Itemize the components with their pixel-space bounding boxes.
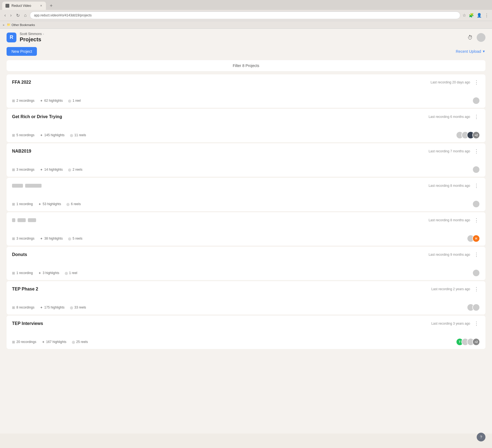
new-tab-button[interactable]: + <box>48 3 55 9</box>
reels-count: 6 reels <box>71 202 81 206</box>
toolbar-icons: ☆ 🧩 👤 ⋮ <box>462 13 489 18</box>
breadcrumb-nav: Scott Simmons › Projects <box>20 32 44 43</box>
project-menu-button-tep-interviews[interactable]: ⋮ <box>473 320 480 327</box>
reels-stat: ◎ 1 reel <box>65 271 77 275</box>
home-button[interactable]: ⌂ <box>23 12 28 18</box>
recordings-count: 8 recordings <box>16 306 34 309</box>
app-container: R Scott Simmons › Projects ⏱ New Project… <box>0 29 492 434</box>
project-avatars <box>467 304 480 311</box>
project-menu-button-redacted1[interactable]: ⋮ <box>473 182 480 189</box>
address-bar[interactable]: app.reduct.video/#/o/4143dd19/projects <box>30 11 460 19</box>
project-header: Last recording 8 months ago ⋮ <box>12 182 480 189</box>
highlights-stat: ✦ 175 highlights <box>40 306 65 310</box>
recent-upload-label: Recent Upload <box>456 49 481 54</box>
highlight-icon: ✦ <box>40 237 43 241</box>
reels-stat: ◎ 25 reels <box>72 340 88 344</box>
extensions-icon[interactable]: 🧩 <box>469 13 474 18</box>
filter-bar[interactable]: Filter 8 Projects <box>7 60 485 71</box>
project-card-tep-interviews[interactable]: TEP Interviews Last recording 3 years ag… <box>7 316 485 349</box>
app-logo[interactable]: R <box>7 33 16 42</box>
project-card-tep-phase2[interactable]: TEP Phase 2 Last recording 2 years ago ⋮… <box>7 281 485 315</box>
project-header-right: Last recording 2 years ago ⋮ <box>431 286 480 293</box>
highlights-count: 167 highlights <box>46 340 66 344</box>
tab-close-btn[interactable]: × <box>40 3 43 8</box>
bookmarks-more[interactable]: » <box>3 23 4 27</box>
project-menu-button-ffa2022[interactable]: ⋮ <box>473 79 480 86</box>
project-footer: ⊞ 3 recordings ✦ 38 highlights ◎ 5 reels <box>12 235 480 242</box>
reels-count: 33 reels <box>74 306 86 309</box>
address-text: app.reduct.video/#/o/4143dd19/projects <box>34 13 456 17</box>
reel-icon: ◎ <box>70 306 73 310</box>
reels-count: 2 reels <box>72 168 82 171</box>
project-header-right: Last recording 8 months ago ⋮ <box>429 217 480 224</box>
project-header-right: Last recording 7 months ago ⋮ <box>429 148 480 155</box>
project-menu-button-redacted2[interactable]: ⋮ <box>473 217 480 224</box>
last-recording-get-rich: Last recording 6 months ago <box>429 115 470 119</box>
forward-button[interactable]: › <box>9 12 13 18</box>
project-stats: ⊞ 5 recordings ✦ 145 highlights ◎ 11 ree… <box>12 133 86 137</box>
breadcrumb-user-name: Scott Simmons <box>20 32 42 36</box>
avatar-extra-count: +2 <box>472 131 480 139</box>
reel-icon: ◎ <box>68 168 71 172</box>
recording-icon: ⊞ <box>12 271 15 275</box>
menu-icon[interactable]: ⋮ <box>485 13 489 18</box>
last-recording-redacted1: Last recording 8 months ago <box>429 184 470 188</box>
reel-icon: ◎ <box>66 202 69 206</box>
back-button[interactable]: ‹ <box>3 12 7 18</box>
project-stats: ⊞ 3 recordings ✦ 14 highlights ◎ 2 reels <box>12 168 82 172</box>
other-bookmarks[interactable]: 📁 Other Bookmarks <box>5 22 36 27</box>
recordings-count: 2 recordings <box>16 99 34 103</box>
highlights-stat: ✦ 145 highlights <box>40 133 65 137</box>
reel-icon: ◎ <box>72 340 75 344</box>
project-menu-button-tep-phase2[interactable]: ⋮ <box>473 286 480 293</box>
project-menu-button-nab2019[interactable]: ⋮ <box>473 148 480 155</box>
project-name-ffa2022: FFA 2022 <box>12 80 31 85</box>
project-menu-button-donuts[interactable]: ⋮ <box>473 251 480 258</box>
actions-bar: New Project Recent Upload ▼ <box>7 47 485 56</box>
user-avatar[interactable] <box>477 33 485 42</box>
reels-stat: ◎ 5 reels <box>68 237 82 241</box>
project-footer: ⊞ 2 recordings ✦ 62 highlights ◎ 1 reel <box>12 97 480 104</box>
new-project-button[interactable]: New Project <box>7 47 37 56</box>
bookmark-icon[interactable]: ☆ <box>462 13 466 18</box>
recordings-count: 1 recording <box>16 271 33 275</box>
highlight-icon: ✦ <box>40 306 43 310</box>
redact-block <box>25 184 42 188</box>
recording-icon: ⊞ <box>12 99 15 103</box>
avatar-h: H <box>472 235 480 242</box>
project-card-donuts[interactable]: Donuts Last recording 9 months ago ⋮ ⊞ 1… <box>7 247 485 280</box>
main-content: New Project Recent Upload ▼ Filter 8 Pro… <box>0 43 492 353</box>
profile-icon[interactable]: 👤 <box>477 13 482 18</box>
highlights-stat: ✦ 62 highlights <box>40 99 63 103</box>
projects-list: FFA 2022 Last recording 20 days ago ⋮ ⊞ … <box>7 74 485 349</box>
highlights-count: 14 highlights <box>44 168 63 171</box>
page-title: Projects <box>20 36 44 43</box>
project-stats: ⊞ 1 recording ✦ 3 highlights ◎ 1 reel <box>12 271 77 275</box>
breadcrumb[interactable]: Scott Simmons › <box>20 32 44 36</box>
project-card-redacted1[interactable]: Last recording 8 months ago ⋮ ⊞ 1 record… <box>7 178 485 211</box>
project-header: Get Rich or Drive Trying Last recording … <box>12 113 480 120</box>
reload-button[interactable]: ↻ <box>15 12 21 19</box>
redact-block <box>12 218 15 222</box>
project-name-redacted2 <box>12 218 36 222</box>
avatar <box>472 200 480 208</box>
project-avatars <box>472 200 480 208</box>
project-menu-button-get-rich[interactable]: ⋮ <box>473 113 480 120</box>
last-recording-donuts: Last recording 9 months ago <box>429 253 470 257</box>
project-card-get-rich[interactable]: Get Rich or Drive Trying Last recording … <box>7 109 485 142</box>
recent-upload-button[interactable]: Recent Upload ▼ <box>456 49 485 54</box>
reels-count: 25 reels <box>76 340 88 344</box>
highlight-icon: ✦ <box>40 99 43 103</box>
project-stats: ⊞ 20 recordings ✦ 167 highlights ◎ 25 re… <box>12 340 88 344</box>
help-button[interactable]: ? <box>477 433 485 441</box>
project-header: Donuts Last recording 9 months ago ⋮ <box>12 251 480 258</box>
recordings-stat: ⊞ 20 recordings <box>12 340 36 344</box>
active-tab[interactable]: Reduct Video × <box>2 2 46 10</box>
other-bookmarks-label: Other Bookmarks <box>11 23 35 27</box>
reel-icon: ◎ <box>68 237 71 241</box>
project-card-nab2019[interactable]: NAB2019 Last recording 7 months ago ⋮ ⊞ … <box>7 143 485 177</box>
project-card-ffa2022[interactable]: FFA 2022 Last recording 20 days ago ⋮ ⊞ … <box>7 74 485 108</box>
highlight-icon: ✦ <box>40 133 43 137</box>
history-icon[interactable]: ⏱ <box>467 34 473 41</box>
project-card-redacted2[interactable]: Last recording 8 months ago ⋮ ⊞ 3 record… <box>7 212 485 246</box>
